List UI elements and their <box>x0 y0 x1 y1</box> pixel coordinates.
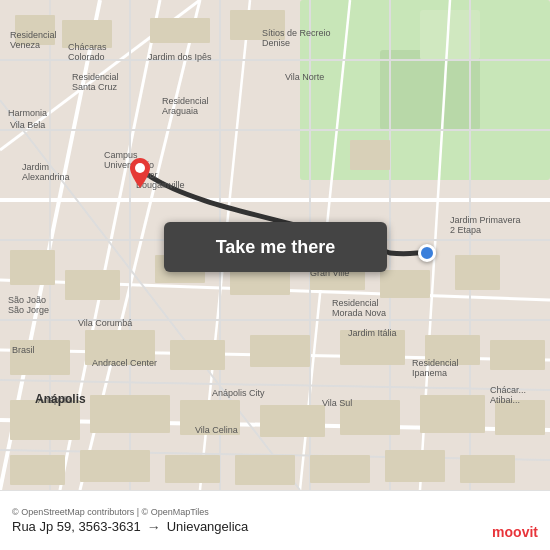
svg-rect-54 <box>80 450 150 482</box>
label-corumba: Vila Corumbá <box>78 318 132 328</box>
svg-rect-28 <box>62 20 112 48</box>
svg-rect-50 <box>340 400 400 435</box>
svg-rect-42 <box>250 335 310 367</box>
label-jardim-ipes: Jardim dos Ipês <box>148 52 212 62</box>
svg-rect-49 <box>260 405 325 437</box>
svg-line-9 <box>60 0 160 490</box>
label-andracel: Andracel Center <box>92 358 157 368</box>
origin-dot <box>418 244 436 262</box>
svg-line-20 <box>0 450 550 460</box>
label-santa-cruz: ResidencialSanta Cruz <box>72 72 119 92</box>
label-jardim-italia: Jardim Itália <box>348 328 397 338</box>
map-container: ResidencialVeneza ChácarasColorado Jardi… <box>0 0 550 490</box>
svg-rect-57 <box>310 455 370 483</box>
svg-line-13 <box>0 0 200 150</box>
moovit-brand: moovit <box>492 524 538 540</box>
destination-pin <box>130 158 150 186</box>
route-arrow: → <box>147 519 161 535</box>
label-vila-norte: Vila Norte <box>285 72 324 82</box>
svg-rect-37 <box>380 270 430 298</box>
svg-rect-52 <box>495 400 545 435</box>
svg-rect-56 <box>235 455 295 485</box>
label-brasil: Brasil <box>12 345 35 355</box>
label-alexandrina: JardimAlexandrina <box>22 162 70 182</box>
label-anapolis-city: Anápolis City <box>212 388 265 398</box>
label-vila-celina: Vila Celina <box>195 425 238 435</box>
moovit-logo: moovit <box>492 524 538 540</box>
svg-rect-2 <box>420 10 480 60</box>
svg-line-7 <box>0 0 100 490</box>
svg-rect-38 <box>455 255 500 290</box>
svg-line-5 <box>0 350 550 360</box>
svg-rect-45 <box>490 340 545 370</box>
svg-rect-47 <box>90 395 170 433</box>
label-vila-sul: Vila Sul <box>322 398 352 408</box>
route-to: Unievangelica <box>167 519 249 534</box>
bottom-bar: © OpenStreetMap contributors | © OpenMap… <box>0 490 550 550</box>
label-morada-nova: ResidencialMorada Nova <box>332 298 386 318</box>
label-primavera: Jardim Primavera2 Etapa <box>450 215 521 235</box>
svg-line-19 <box>0 380 550 390</box>
label-sao-joao: São JoãoSão Jorge <box>8 295 49 315</box>
take-me-there-button[interactable]: Take me there <box>164 222 387 272</box>
svg-rect-43 <box>340 330 405 365</box>
svg-rect-30 <box>230 10 285 40</box>
svg-rect-59 <box>460 455 515 483</box>
label-ipanema: ResidencialIpanema <box>412 358 459 378</box>
svg-rect-53 <box>10 455 65 485</box>
svg-line-14 <box>0 100 300 490</box>
svg-rect-51 <box>420 395 485 433</box>
svg-rect-1 <box>380 50 480 130</box>
label-harmonia: Harmonia <box>8 108 47 118</box>
svg-rect-31 <box>350 140 390 170</box>
svg-rect-27 <box>15 15 55 45</box>
svg-rect-48 <box>180 400 240 435</box>
label-colorado: ChácarasColorado <box>68 42 107 62</box>
label-sitios: Sítios de RecreioDenise <box>262 28 331 48</box>
label-araguaia: ResidencialAraguaia <box>162 96 209 116</box>
svg-rect-41 <box>170 340 225 370</box>
svg-rect-40 <box>85 330 155 365</box>
svg-rect-58 <box>385 450 445 482</box>
svg-rect-0 <box>300 0 550 180</box>
label-vila-bela: Vila Bela <box>10 120 45 130</box>
svg-rect-55 <box>165 455 220 483</box>
svg-line-6 <box>0 420 550 430</box>
svg-rect-39 <box>10 340 70 375</box>
label-anapolis: Anápolis <box>38 395 73 405</box>
label-chacar: Chácar...Atibai... <box>490 385 526 405</box>
svg-rect-46 <box>10 400 80 440</box>
svg-rect-32 <box>10 250 55 285</box>
label-anapolis-main: Anápolis <box>35 392 86 406</box>
svg-line-4 <box>0 280 550 300</box>
svg-rect-44 <box>425 335 480 365</box>
svg-point-60 <box>135 163 145 173</box>
route-info: Rua Jp 59, 3563-3631 → Unievangelica <box>12 519 538 535</box>
svg-rect-29 <box>150 18 210 43</box>
svg-rect-33 <box>65 270 120 300</box>
attribution: © OpenStreetMap contributors | © OpenMap… <box>12 507 538 517</box>
route-from: Rua Jp 59, 3563-3631 <box>12 519 141 534</box>
label-veneza: ResidencialVeneza <box>10 30 57 50</box>
